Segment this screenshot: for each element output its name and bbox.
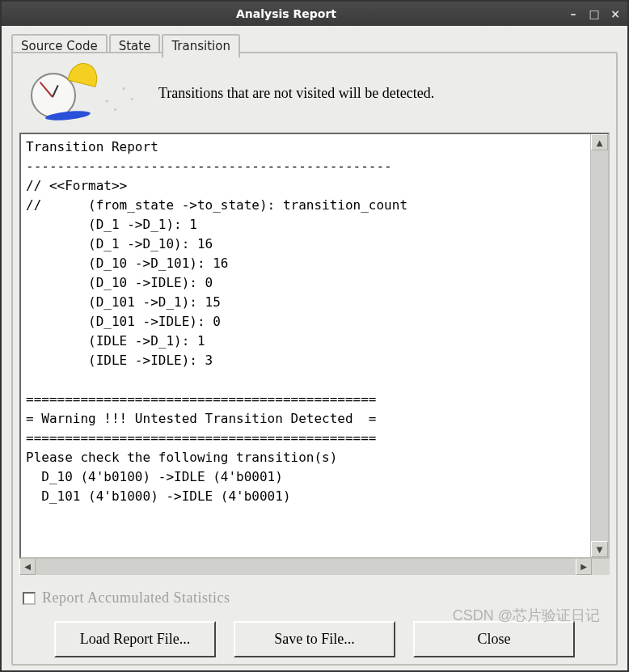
horizontal-scrollbar[interactable]: ◀ ▶ bbox=[19, 557, 610, 575]
minimize-icon[interactable]: – bbox=[566, 6, 580, 21]
vertical-scrollbar[interactable]: ▲ ▼ bbox=[590, 134, 608, 557]
panel-description: Transitions that are not visited will be… bbox=[158, 85, 434, 102]
load-report-button[interactable]: Load Report File... bbox=[54, 621, 216, 657]
tab-transition[interactable]: Transition bbox=[162, 34, 240, 58]
titlebar: Analysis Report – □ × bbox=[2, 2, 627, 26]
accumulated-stats-row: Report Accumulated Statistics bbox=[19, 575, 610, 615]
dialog-body: Source Code State Transition Transitions… bbox=[2, 26, 627, 672]
close-button[interactable]: Close bbox=[413, 621, 575, 657]
scroll-track-vertical[interactable] bbox=[591, 150, 608, 541]
scroll-down-icon[interactable]: ▼ bbox=[591, 541, 608, 557]
maximize-icon[interactable]: □ bbox=[587, 6, 602, 21]
scroll-track-horizontal[interactable] bbox=[36, 558, 576, 575]
button-row: Load Report File... Save to File... Clos… bbox=[19, 615, 610, 657]
accumulated-stats-checkbox bbox=[23, 592, 36, 605]
report-text[interactable]: Transition Report ----------------------… bbox=[21, 134, 590, 557]
scroll-corner bbox=[592, 558, 610, 575]
window-title: Analysis Report bbox=[6, 7, 566, 20]
save-to-file-button[interactable]: Save to File... bbox=[234, 621, 395, 657]
report-viewer: Transition Report ----------------------… bbox=[19, 133, 610, 559]
accumulated-stats-label: Report Accumulated Statistics bbox=[42, 590, 230, 606]
tab-panel: Transitions that are not visited will be… bbox=[11, 52, 618, 666]
scroll-right-icon[interactable]: ▶ bbox=[576, 558, 592, 575]
close-icon[interactable]: × bbox=[608, 6, 623, 21]
scroll-left-icon[interactable]: ◀ bbox=[19, 558, 36, 575]
scroll-up-icon[interactable]: ▲ bbox=[591, 134, 608, 150]
panel-header: Transitions that are not visited will be… bbox=[19, 60, 610, 133]
window-controls: – □ × bbox=[566, 6, 623, 21]
analysis-clock-icon bbox=[23, 65, 144, 121]
